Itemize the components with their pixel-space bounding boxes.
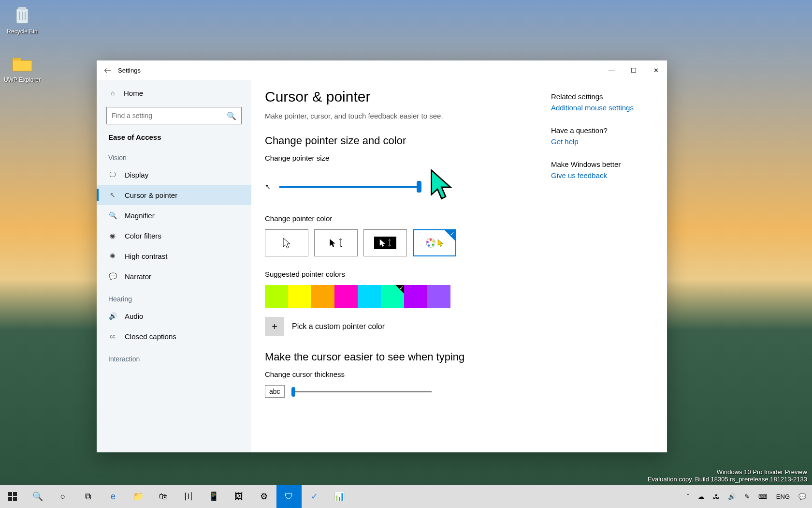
desktop-icon-label: Recycle Bin [7,28,37,35]
titlebar: 🡠 Settings ― ☐ ✕ [97,60,667,80]
sidebar-item-cursor-pointer[interactable]: ↖ Cursor & pointer [97,185,251,205]
store-icon[interactable]: 🛍 [151,485,176,508]
sidebar-item-display[interactable]: 🖵 Display [97,164,251,185]
sidebar-item-magnifier[interactable]: 🔍 Magnifier [97,205,251,225]
close-button[interactable]: ✕ [645,60,667,80]
pointer-small-icon: ↖ [265,183,271,191]
link-additional-mouse-settings[interactable]: Additional mouse settings [551,104,655,112]
section-size-color: Change pointer size and color [265,134,551,147]
sidebar-home-label: Home [124,89,143,97]
desktop-icon-uwp-explorer[interactable]: UWP Explorer [3,52,42,83]
start-button[interactable] [0,485,25,508]
color-swatch[interactable] [265,285,288,308]
sidebar-item-label: Audio [125,312,143,320]
color-option-inverted[interactable] [363,229,407,256]
security-icon[interactable]: 🛡 [276,485,302,508]
cortana-icon[interactable]: ○ [50,485,75,508]
sidebar-category: Ease of Access [97,129,251,145]
label-cursor-thickness: Change cursor thickness [265,370,551,378]
color-option-white[interactable] [265,229,308,256]
sidebar-item-label: Narrator [125,272,151,281]
taskbar-settings-icon[interactable]: ⚙ [251,485,276,508]
tray-onedrive-icon[interactable]: ☁ [695,493,707,500]
settings-window: 🡠 Settings ― ☐ ✕ ⌂ Home 🔍 Ease of Access… [97,60,667,452]
search-input[interactable] [112,112,227,120]
sidebar-item-label: Display [125,171,148,179]
app-icon-2[interactable]: 📊 [327,485,352,508]
color-option-black[interactable] [314,229,358,256]
task-view-icon[interactable]: ⧉ [75,485,101,508]
svg-rect-12 [13,497,17,501]
desktop-icon-label: UWP Explorer [4,76,41,83]
search-box[interactable]: 🔍 [106,107,242,124]
svg-point-6 [432,243,434,246]
tray-action-center-icon[interactable]: 💬 [796,493,809,500]
recycle-bin-icon [11,4,34,27]
sidebar-item-label: Color filters [125,232,161,240]
pointer-large-preview-icon [428,169,456,205]
window-title: Settings [118,67,600,74]
desktop-icon-recycle-bin[interactable]: Recycle Bin [3,4,42,35]
sidebar-item-label: Magnifier [125,211,155,220]
cursor-thickness-preview: abc [265,385,285,398]
tray-pen-icon[interactable]: ✎ [741,493,753,500]
color-swatch[interactable] [427,285,450,308]
file-explorer-icon[interactable]: 📁 [126,485,151,508]
todo-icon[interactable]: ✓ [302,485,327,508]
custom-color-label: Pick a custom pointer color [292,322,385,331]
magnifier-icon: 🔍 [108,211,117,220]
highcontrast-icon: ✺ [108,252,117,260]
colorfilters-icon: ◉ [108,231,117,240]
svg-point-7 [428,244,430,247]
tray-volume-icon[interactable]: 🔊 [725,493,739,500]
windows-watermark: Windows 10 Pro Insider Preview Evaluatio… [648,468,807,483]
feedback-heading: Make Windows better [551,160,655,168]
narrator-icon: 💬 [108,272,117,281]
color-swatch[interactable] [334,285,358,308]
display-icon: 🖵 [108,170,117,179]
sidebar-home[interactable]: ⌂ Home [97,84,251,102]
edge-icon[interactable]: e [101,485,126,508]
taskbar-search-icon[interactable]: 🔍 [25,485,50,508]
pointer-size-slider[interactable] [279,186,420,188]
tray-language[interactable]: ENG [773,493,793,500]
watermark-line1: Windows 10 Pro Insider Preview [648,468,807,476]
sidebar-item-high-contrast[interactable]: ✺ High contrast [97,246,251,266]
svg-rect-9 [8,492,12,496]
sidebar-item-label: High contrast [125,252,167,260]
sidebar-item-label: Closed captions [125,332,176,341]
photos-icon[interactable]: 🖼 [226,485,251,508]
question-heading: Have a question? [551,126,655,134]
sidebar-item-narrator[interactable]: 💬 Narrator [97,266,251,286]
app-icon-1[interactable]: 〣 [176,485,201,508]
link-get-help[interactable]: Get help [551,137,655,146]
color-swatch[interactable] [358,285,381,308]
maximize-button[interactable]: ☐ [623,60,645,80]
tray-network-icon[interactable]: 🖧 [710,493,722,500]
color-swatch[interactable] [311,285,334,308]
content-aside: Related settings Additional mouse settin… [551,89,667,452]
sidebar-item-audio[interactable]: 🔊 Audio [97,306,251,326]
phone-icon[interactable]: 📱 [201,485,226,508]
tray-chevron-icon[interactable]: ˆ [684,493,692,500]
sidebar-item-label: Cursor & pointer [125,191,177,199]
page-description: Make pointer, cursor, and touch feedback… [265,112,551,120]
content-main: Cursor & pointer Make pointer, cursor, a… [265,89,551,452]
sidebar-item-closed-captions[interactable]: ㏄ Closed captions [97,326,251,346]
sidebar-item-color-filters[interactable]: ◉ Color filters [97,225,251,246]
minimize-button[interactable]: ― [600,60,623,80]
svg-rect-2 [13,58,21,60]
pick-custom-color-button[interactable]: + [265,317,284,336]
cursor-thickness-slider[interactable] [291,391,432,392]
back-button[interactable]: 🡠 [97,66,118,75]
section-cursor-typing: Make the cursor easier to see when typin… [265,351,551,363]
link-give-feedback[interactable]: Give us feedback [551,171,655,179]
cursor-icon: ↖ [108,191,117,199]
color-swatch[interactable] [404,285,427,308]
audio-icon: 🔊 [108,312,117,320]
color-option-custom[interactable]: ✓ [413,229,456,256]
taskbar: 🔍 ○ ⧉ e 📁 🛍 〣 📱 🖼 ⚙ 🛡 ✓ 📊 ˆ ☁ 🖧 🔊 ✎ ⌨ EN… [0,485,812,508]
color-swatch[interactable] [288,285,311,308]
tray-keyboard-icon[interactable]: ⌨ [755,493,770,500]
color-swatch[interactable]: ✓ [381,285,404,308]
